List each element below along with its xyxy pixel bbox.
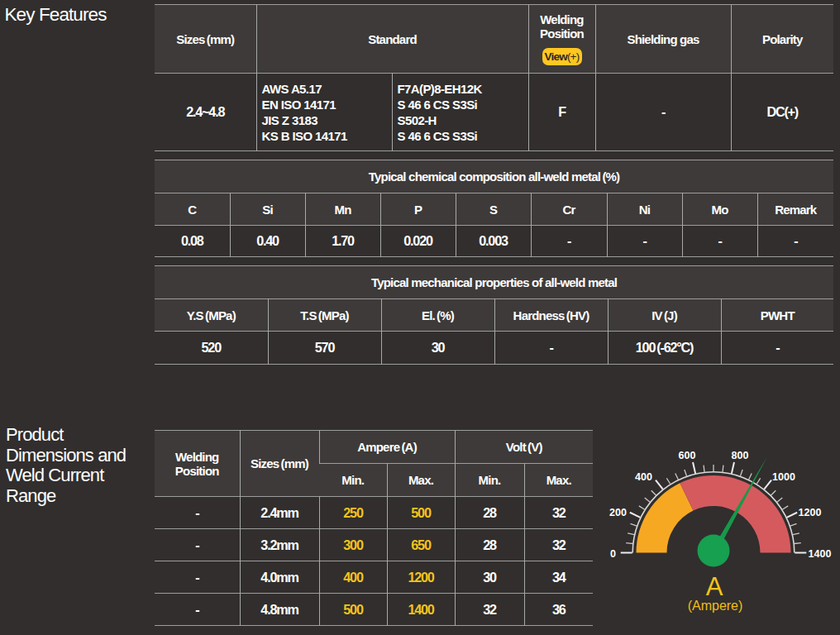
svg-text:1200: 1200: [799, 507, 822, 518]
svg-text:A: A: [706, 572, 723, 601]
svg-text:1400: 1400: [809, 548, 832, 560]
svg-text:1000: 1000: [772, 471, 795, 483]
svg-text:200: 200: [609, 507, 627, 518]
svg-text:0: 0: [610, 548, 616, 560]
svg-text:600: 600: [679, 450, 696, 461]
svg-text:800: 800: [732, 450, 749, 461]
svg-text:400: 400: [635, 471, 652, 483]
svg-text:(Ampere): (Ampere): [688, 599, 743, 613]
